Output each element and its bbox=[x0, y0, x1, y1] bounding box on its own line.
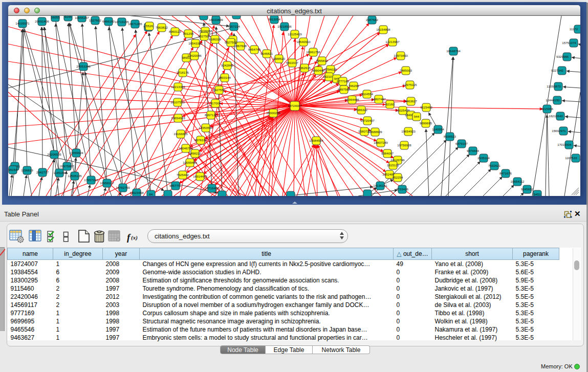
svg-text:f: f bbox=[127, 232, 131, 243]
svg-text:2942737: 2942737 bbox=[36, 170, 49, 174]
svg-text:1580727: 1580727 bbox=[358, 129, 371, 133]
svg-text:7357224: 7357224 bbox=[228, 25, 241, 28]
svg-text:11172: 11172 bbox=[570, 27, 578, 31]
svg-text:9146821: 9146821 bbox=[260, 52, 273, 55]
svg-text:10655267: 10655267 bbox=[75, 16, 89, 19]
svg-text:16154808: 16154808 bbox=[376, 28, 390, 31]
svg-text:(x): (x) bbox=[131, 234, 138, 241]
svg-text:2935114: 2935114 bbox=[477, 156, 490, 160]
svg-text:8186328: 8186328 bbox=[209, 37, 222, 41]
svg-text:8960123: 8960123 bbox=[169, 30, 182, 33]
svg-text:7955812: 7955812 bbox=[316, 59, 329, 62]
svg-text:1498222: 1498222 bbox=[189, 151, 202, 155]
svg-text:5822037: 5822037 bbox=[286, 61, 299, 64]
svg-text:252254: 252254 bbox=[393, 176, 403, 179]
svg-text:15692971: 15692971 bbox=[552, 129, 566, 133]
svg-text:3024554: 3024554 bbox=[361, 92, 374, 96]
svg-text:22420046: 22420046 bbox=[187, 54, 202, 57]
svg-text:17957223: 17957223 bbox=[84, 178, 98, 182]
svg-text:8813054: 8813054 bbox=[268, 17, 281, 21]
svg-text:9451: 9451 bbox=[534, 192, 541, 196]
svg-text:20206535: 20206535 bbox=[47, 152, 61, 156]
svg-text:15751074: 15751074 bbox=[562, 41, 576, 45]
svg-text:19654923: 19654923 bbox=[401, 129, 416, 133]
svg-text:8471676: 8471676 bbox=[499, 171, 512, 175]
svg-text:9527508: 9527508 bbox=[225, 40, 237, 44]
svg-text:6897568: 6897568 bbox=[338, 87, 351, 91]
svg-text:12213967: 12213967 bbox=[385, 40, 400, 43]
svg-text:18300295: 18300295 bbox=[266, 111, 280, 115]
svg-text:99154: 99154 bbox=[8, 168, 17, 171]
svg-text:1615132: 1615132 bbox=[387, 163, 400, 167]
svg-text:9463627: 9463627 bbox=[405, 99, 418, 103]
svg-text:20364486: 20364486 bbox=[345, 98, 359, 101]
svg-text:16033809: 16033809 bbox=[209, 18, 223, 21]
svg-text:1167533: 1167533 bbox=[565, 156, 577, 160]
svg-text:9242848: 9242848 bbox=[221, 63, 234, 67]
svg-text:9245652: 9245652 bbox=[521, 187, 534, 191]
svg-text:6879197: 6879197 bbox=[455, 142, 468, 145]
svg-text:62160: 62160 bbox=[385, 102, 395, 106]
svg-text:9699695: 9699695 bbox=[420, 121, 432, 125]
svg-text:8427552: 8427552 bbox=[213, 88, 226, 92]
svg-text:7625402: 7625402 bbox=[177, 173, 189, 177]
svg-text:9384067: 9384067 bbox=[381, 151, 394, 155]
svg-text:84: 84 bbox=[149, 192, 153, 196]
svg-text:9474444: 9474444 bbox=[467, 149, 480, 152]
svg-text:7485003: 7485003 bbox=[400, 69, 412, 72]
svg-text:9146: 9146 bbox=[64, 16, 72, 18]
svg-text:2087682: 2087682 bbox=[366, 18, 379, 21]
svg-text:12093873: 12093873 bbox=[547, 84, 561, 88]
svg-text:20691406: 20691406 bbox=[35, 19, 49, 23]
svg-text:10958107: 10958107 bbox=[100, 181, 114, 185]
svg-text:15716485: 15716485 bbox=[205, 186, 219, 190]
svg-text:16055: 16055 bbox=[51, 16, 60, 19]
svg-text:17359924: 17359924 bbox=[69, 151, 83, 155]
svg-text:12213369: 12213369 bbox=[171, 85, 185, 89]
svg-text:18724007: 18724007 bbox=[288, 104, 302, 107]
svg-text:1145194: 1145194 bbox=[53, 171, 66, 174]
svg-text:8678332: 8678332 bbox=[194, 138, 207, 142]
svg-text:1527602: 1527602 bbox=[89, 18, 102, 22]
svg-text:16543382: 16543382 bbox=[188, 41, 203, 45]
svg-text:29053346: 29053346 bbox=[76, 64, 91, 68]
svg-text:7632621: 7632621 bbox=[488, 164, 501, 167]
svg-text:9115460: 9115460 bbox=[420, 105, 432, 109]
svg-text:8938923: 8938923 bbox=[444, 135, 456, 138]
svg-text:1588520: 1588520 bbox=[273, 57, 286, 60]
svg-text:12444150: 12444150 bbox=[546, 98, 560, 102]
svg-text:9857791: 9857791 bbox=[169, 184, 182, 187]
svg-text:18807249: 18807249 bbox=[374, 141, 388, 144]
svg-text:1733426: 1733426 bbox=[396, 187, 409, 191]
svg-text:19756928: 19756928 bbox=[397, 143, 411, 147]
svg-text:7386322: 7386322 bbox=[355, 108, 368, 112]
svg-text:12505135: 12505135 bbox=[68, 174, 82, 178]
svg-text:14136141: 14136141 bbox=[373, 184, 387, 187]
svg-text:5526: 5526 bbox=[146, 24, 153, 28]
svg-text:746266: 746266 bbox=[349, 84, 359, 87]
svg-text:944: 944 bbox=[414, 115, 420, 118]
svg-text:10654112: 10654112 bbox=[510, 180, 525, 183]
svg-text:12923468: 12923468 bbox=[129, 191, 144, 194]
svg-text:2718176: 2718176 bbox=[177, 71, 189, 74]
svg-text:14035571: 14035571 bbox=[15, 21, 30, 25]
svg-text:8215956: 8215956 bbox=[541, 107, 554, 111]
svg-text:12125419: 12125419 bbox=[288, 32, 302, 36]
svg-text:9227342: 9227342 bbox=[551, 69, 564, 72]
svg-text:16648764: 16648764 bbox=[446, 49, 461, 53]
svg-text:10807487: 10807487 bbox=[372, 97, 386, 101]
svg-text:891295: 891295 bbox=[183, 32, 194, 35]
svg-text:1140954: 1140954 bbox=[432, 127, 444, 131]
svg-text:16210643: 16210643 bbox=[549, 114, 563, 118]
svg-text:1362615: 1362615 bbox=[298, 66, 311, 70]
svg-text:2803144: 2803144 bbox=[219, 76, 231, 79]
svg-text:10099489: 10099489 bbox=[183, 161, 197, 164]
svg-text:2867608: 2867608 bbox=[234, 44, 247, 48]
svg-text:8990448: 8990448 bbox=[312, 69, 325, 72]
svg-text:19384554: 19384554 bbox=[309, 139, 323, 142]
svg-text:8267130: 8267130 bbox=[205, 113, 217, 117]
svg-text:17016504: 17016504 bbox=[557, 143, 572, 146]
svg-text:9777169: 9777169 bbox=[337, 79, 350, 83]
svg-text:9329966: 9329966 bbox=[556, 55, 569, 58]
svg-text:10046786: 10046786 bbox=[179, 146, 193, 150]
